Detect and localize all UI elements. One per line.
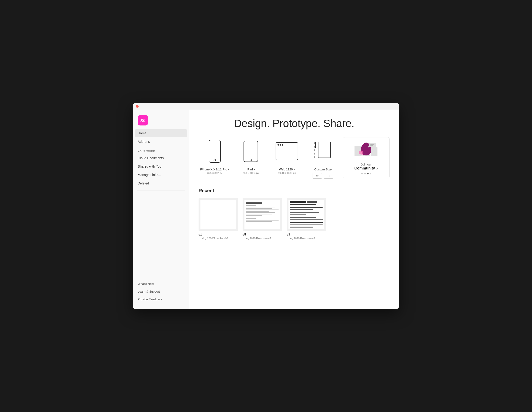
preview-line-13	[246, 223, 269, 223]
svg-rect-5	[276, 142, 298, 160]
svg-point-6	[277, 144, 279, 146]
doc-preview-e5	[245, 200, 280, 229]
preview-line-8	[246, 214, 272, 215]
close-button[interactable]	[136, 105, 139, 108]
web1920-icon	[271, 137, 303, 165]
preset-iphone[interactable]: iPhone X/XS/11 Pro ▾ 375 × 812 px	[199, 137, 231, 174]
whats-new-link[interactable]: What's New	[135, 280, 187, 288]
ipad-chevron-icon: ▾	[254, 168, 255, 171]
logo-area: Xd	[133, 113, 189, 129]
web1920-preset-name: Web 1920	[279, 168, 293, 171]
doc-preview-e3	[288, 200, 324, 229]
custom-preset-name: Custom Size	[314, 168, 332, 171]
preset-web1920[interactable]: Web 1920 ▾ 1920 × 1080 px	[271, 137, 303, 174]
app-body: Xd Home Add-ons YOUR WORK Cloud Document…	[133, 110, 399, 309]
custom-height-input[interactable]	[324, 173, 333, 179]
preset-custom[interactable]: Custom Size	[307, 137, 339, 179]
ipad-dims: 768 × 1024 px	[243, 172, 259, 174]
preview-block-6	[290, 212, 319, 213]
recent-name-e5: e5	[243, 233, 282, 236]
sidebar-item-shared-with-you[interactable]: Shared with You	[135, 162, 187, 170]
ipad-icon	[235, 137, 267, 165]
preview-block-4	[290, 207, 323, 208]
recent-path-e1: ...pring 2020/Exercises/e1	[199, 237, 238, 240]
carousel-dot-3[interactable]	[367, 173, 369, 174]
carousel-dot-1[interactable]	[361, 173, 363, 174]
recent-item-e3[interactable]: e3 ...ring 2020/Exercises/e3	[287, 198, 326, 240]
community-illustration	[352, 141, 380, 160]
learn-support-link[interactable]: Learn & Support	[135, 288, 187, 295]
preview-line-1	[246, 202, 262, 204]
svg-rect-3	[244, 141, 258, 162]
sidebar-item-manage-links[interactable]: Manage Links...	[135, 171, 187, 179]
presets-row: iPhone X/XS/11 Pro ▾ 375 × 812 px iPad	[199, 137, 390, 179]
doc-preview-e1	[200, 200, 236, 229]
sidebar-item-deleted[interactable]: Deleted	[135, 179, 187, 187]
iphone-dims: 375 × 812 px	[207, 172, 222, 174]
app-window: Xd Home Add-ons YOUR WORK Cloud Document…	[133, 103, 399, 309]
preview-line-2	[246, 205, 256, 206]
iphone-icon	[199, 137, 231, 165]
preview-block-1	[290, 201, 306, 203]
recent-thumb-e3	[287, 198, 326, 231]
preview-line-9	[246, 215, 262, 216]
sidebar-divider	[137, 191, 185, 191]
recent-item-e1[interactable]: e1 ...pring 2020/Exercises/e1	[199, 198, 238, 240]
svg-point-4	[250, 159, 252, 161]
preview-line-7	[246, 212, 275, 213]
preview-block-9	[290, 219, 323, 220]
svg-point-18	[363, 142, 369, 148]
svg-point-2	[214, 159, 216, 161]
recent-thumb-e5	[243, 198, 282, 231]
preview-block-11	[290, 225, 323, 225]
recent-name-e1: e1	[199, 233, 238, 236]
svg-point-8	[282, 144, 283, 146]
sidebar: Xd Home Add-ons YOUR WORK Cloud Document…	[133, 110, 189, 309]
preview-block-5	[290, 209, 313, 210]
preview-line-12	[246, 221, 272, 222]
preview-line-10	[246, 218, 256, 219]
svg-rect-10	[318, 142, 330, 158]
recent-path-e3: ...ring 2020/Exercises/e3	[287, 237, 326, 240]
join-our-label: Join our	[361, 163, 372, 166]
external-link-icon: ↗	[376, 167, 378, 170]
custom-width-input[interactable]	[313, 173, 322, 179]
sidebar-section-label: YOUR WORK	[135, 146, 187, 154]
preview-block-12	[290, 227, 313, 227]
recent-path-e5: ...ring 2020/Exercises/e5	[243, 237, 282, 240]
custom-name-row: Custom Size	[314, 168, 332, 171]
preview-line-11	[246, 220, 279, 221]
recent-title: Recent	[199, 188, 390, 193]
preview-block-2	[307, 201, 317, 203]
carousel-dot-4[interactable]	[370, 173, 371, 174]
sidebar-nav: Home Add-ons YOUR WORK Cloud Documents S…	[133, 129, 189, 188]
main-content: Design. Prototype. Share. iPhone X/XS/11…	[189, 110, 399, 309]
web1920-dims: 1920 × 1080 px	[278, 172, 296, 174]
provide-feedback-link[interactable]: Provide Feedback	[135, 296, 187, 303]
recent-thumb-e1	[199, 198, 238, 231]
community-card[interactable]: Join our Community ↗	[343, 137, 390, 178]
svg-point-7	[280, 144, 281, 146]
preview-block-8	[290, 217, 316, 218]
preset-ipad[interactable]: iPad ▾ 768 × 1024 px	[235, 137, 267, 174]
sidebar-item-addons[interactable]: Add-ons	[135, 138, 187, 146]
preview-line-4	[246, 208, 272, 209]
preview-block-3	[290, 204, 316, 205]
community-text: Join our Community ↗	[354, 163, 378, 170]
ipad-preset-name: iPad	[247, 168, 253, 171]
community-title: Community ↗	[354, 166, 378, 170]
titlebar	[133, 103, 399, 110]
iphone-name-row: iPhone X/XS/11 Pro ▾	[200, 168, 229, 171]
sidebar-bottom: What's New Learn & Support Provide Feedb…	[133, 280, 189, 305]
custom-size-icon	[307, 137, 339, 165]
carousel-dot-2[interactable]	[364, 173, 366, 174]
preview-block-10	[290, 222, 323, 223]
web1920-chevron-icon: ▾	[294, 168, 295, 171]
recent-grid: e1 ...pring 2020/Exercises/e1	[199, 198, 390, 240]
recent-item-e5[interactable]: e5 ...ring 2020/Exercises/e5	[243, 198, 282, 240]
sidebar-item-cloud-documents[interactable]: Cloud Documents	[135, 154, 187, 162]
preview-block-7	[290, 215, 306, 215]
sidebar-item-home[interactable]: Home	[135, 129, 187, 137]
preview-line-3	[246, 207, 275, 207]
carousel-dots	[361, 173, 371, 174]
